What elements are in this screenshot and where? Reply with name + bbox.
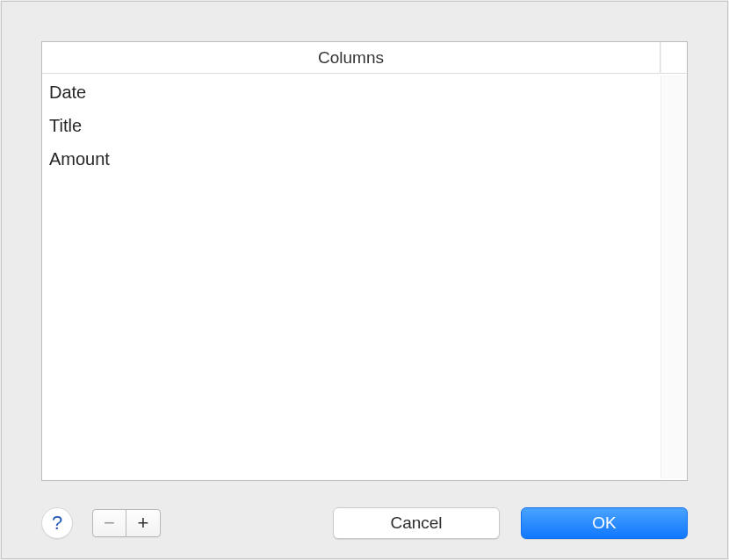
list-item[interactable]: Amount — [42, 142, 660, 176]
columns-table: Columns Date Title Amount — [41, 41, 688, 481]
cancel-button[interactable]: Cancel — [333, 507, 500, 539]
scrollbar-track[interactable] — [660, 75, 687, 478]
table-body: Date Title Amount — [42, 74, 687, 480]
dialog-footer: ? − + Cancel OK — [41, 506, 688, 541]
add-remove-group: − + — [92, 509, 161, 537]
help-button[interactable]: ? — [41, 507, 73, 539]
columns-header[interactable]: Columns — [42, 42, 660, 73]
add-button[interactable]: + — [126, 510, 160, 536]
remove-button[interactable]: − — [93, 510, 126, 536]
columns-dialog: Columns Date Title Amount ? − + Cancel O… — [1, 1, 728, 559]
table-header-spacer — [660, 42, 687, 73]
minus-icon: − — [104, 512, 115, 535]
table-header-row: Columns — [42, 42, 687, 74]
plus-icon: + — [138, 512, 149, 535]
ok-button[interactable]: OK — [521, 507, 688, 539]
table-rows[interactable]: Date Title Amount — [42, 75, 660, 478]
list-item[interactable]: Title — [42, 109, 660, 142]
list-item[interactable]: Date — [42, 75, 660, 109]
help-icon: ? — [52, 512, 62, 535]
